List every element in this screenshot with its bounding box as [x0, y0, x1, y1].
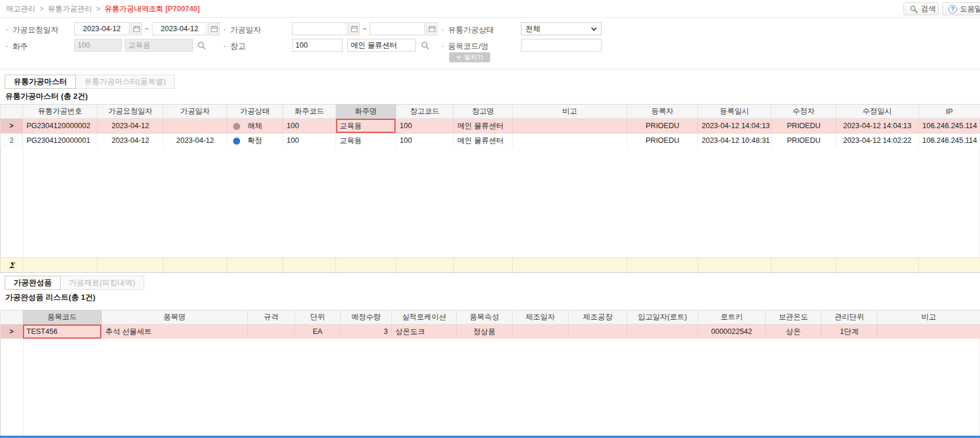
detail-column-header[interactable]: 규격: [248, 310, 295, 325]
master-cell[interactable]: PRIOEDU: [772, 133, 836, 148]
process-date-to-calendar-button[interactable]: [426, 22, 437, 35]
detail-cell[interactable]: 0000022542: [698, 325, 766, 339]
master-cell[interactable]: 100: [283, 119, 336, 133]
master-column-header[interactable]: 가공요청일자: [98, 105, 164, 119]
master-cell[interactable]: 2023-04-12: [164, 133, 227, 148]
master-select-all-header[interactable]: [1, 105, 23, 119]
master-table-row[interactable]: >PG23041200000022023-04-12해체100교육용100메인 …: [1, 119, 980, 133]
detail-column-header[interactable]: 보관온도: [766, 310, 822, 325]
master-cell[interactable]: 메인 물류센터: [454, 133, 513, 148]
process-date-from-input[interactable]: [292, 22, 347, 35]
master-column-header[interactable]: 비고: [513, 105, 627, 119]
master-column-header[interactable]: 창고코드: [396, 105, 454, 119]
detail-column-header[interactable]: 관리단위: [822, 310, 878, 325]
master-cell[interactable]: 100: [396, 133, 454, 148]
expand-filters-button[interactable]: 펼치기: [449, 52, 490, 62]
master-cell[interactable]: 2023-04-12 10:48:31: [698, 133, 772, 148]
detail-select-all-header[interactable]: [1, 310, 23, 325]
request-date-from-input[interactable]: [74, 22, 129, 35]
shipper-search-icon[interactable]: [195, 39, 207, 52]
master-column-header[interactable]: 수정일시: [836, 105, 919, 119]
detail-tab-1[interactable]: 가공재료(피킹내역): [61, 276, 144, 290]
detail-cell[interactable]: [878, 325, 980, 339]
master-cell[interactable]: 메인 물류센터: [454, 119, 513, 133]
master-cell[interactable]: 106.246.245.114: [919, 133, 980, 148]
detail-column-header[interactable]: 비고: [878, 310, 980, 325]
detail-table-row[interactable]: >TEST456추석 선물세트EA3상온도크정상품0000022542상온1단계: [1, 325, 980, 339]
master-column-header[interactable]: IP: [919, 105, 980, 119]
master-column-header[interactable]: 화주코드: [283, 105, 336, 119]
master-cell[interactable]: 확정: [227, 133, 283, 148]
detail-column-header[interactable]: 품목코드: [23, 310, 102, 325]
master-cell[interactable]: 106.246.245.114: [919, 119, 980, 133]
master-tab-1[interactable]: 유통가공마스터(품목별): [76, 75, 175, 89]
detail-row-indicator[interactable]: >: [1, 325, 23, 339]
master-cell[interactable]: 교육용: [336, 133, 396, 148]
master-column-header[interactable]: 화주명: [336, 105, 396, 119]
process-date-from-calendar-button[interactable]: [348, 22, 360, 35]
master-cell[interactable]: PRIOEDU: [772, 119, 836, 133]
master-cell[interactable]: PG2304120000002: [23, 119, 98, 133]
detail-column-header[interactable]: 실적로케이션: [392, 310, 457, 325]
detail-cell[interactable]: 3: [341, 325, 392, 339]
detail-column-header[interactable]: 제조공장: [569, 310, 627, 325]
detail-column-header[interactable]: 품목속성: [457, 310, 513, 325]
master-column-header[interactable]: 창고명: [454, 105, 513, 119]
master-row-indicator[interactable]: >: [1, 119, 23, 133]
detail-column-header[interactable]: 단위: [295, 310, 341, 325]
warehouse-code-input[interactable]: [292, 39, 343, 52]
warehouse-search-icon[interactable]: [419, 39, 431, 52]
detail-cell[interactable]: [513, 325, 569, 339]
master-tab-0[interactable]: 유통가공마스터: [5, 75, 76, 89]
help-button[interactable]: ? 도움말: [942, 2, 980, 15]
detail-cell[interactable]: 상온: [766, 325, 822, 339]
item-code-name-input[interactable]: [521, 39, 602, 52]
request-date-from-calendar-button[interactable]: [131, 22, 142, 35]
request-date-to-calendar-button[interactable]: [208, 22, 220, 35]
detail-cell[interactable]: [627, 325, 698, 339]
master-cell[interactable]: [513, 133, 627, 148]
detail-cell[interactable]: 상온도크: [392, 325, 457, 339]
master-cell[interactable]: 100: [283, 133, 336, 148]
detail-cell[interactable]: [248, 325, 295, 339]
breadcrumb-item[interactable]: 유통가공관리: [48, 5, 92, 13]
master-cell[interactable]: 해체: [227, 119, 283, 133]
master-cell[interactable]: 교육용: [336, 119, 396, 133]
master-column-header[interactable]: 가공상태: [227, 105, 283, 119]
detail-column-header[interactable]: 제조일자: [513, 310, 569, 325]
master-cell[interactable]: 100: [396, 119, 454, 133]
master-column-header[interactable]: 등록일시: [698, 105, 772, 119]
warehouse-name-input[interactable]: [347, 39, 416, 52]
master-cell[interactable]: 2023-04-12 14:04:13: [698, 119, 772, 133]
detail-cell[interactable]: 추석 선물세트: [102, 325, 248, 339]
detail-cell[interactable]: 정상품: [457, 325, 513, 339]
request-date-to-input[interactable]: [152, 22, 207, 35]
master-cell[interactable]: 2023-04-12: [98, 119, 164, 133]
detail-column-header[interactable]: 입고일자(로트): [627, 310, 698, 325]
master-column-header[interactable]: 유통가공번호: [23, 105, 98, 119]
detail-tab-0[interactable]: 가공완성품: [5, 276, 61, 290]
detail-cell[interactable]: [569, 325, 627, 339]
master-column-header[interactable]: 수정자: [772, 105, 836, 119]
master-cell[interactable]: 2023-04-12 14:02:22: [836, 133, 919, 148]
master-cell[interactable]: [513, 119, 627, 133]
detail-column-header[interactable]: 품목명: [102, 310, 248, 325]
detail-cell[interactable]: TEST456: [23, 325, 102, 339]
process-status-select[interactable]: 전체: [521, 22, 602, 35]
master-column-header[interactable]: 등록자: [627, 105, 698, 119]
detail-column-header[interactable]: 예정수량: [341, 310, 392, 325]
master-cell[interactable]: [164, 119, 227, 133]
detail-cell[interactable]: 1단계: [822, 325, 878, 339]
detail-cell[interactable]: EA: [295, 325, 341, 339]
search-button[interactable]: 검색: [903, 2, 939, 15]
master-cell[interactable]: PRIOEDU: [627, 133, 698, 148]
master-cell[interactable]: 2023-04-12 14:04:13: [836, 119, 919, 133]
master-row-indicator[interactable]: 2: [1, 133, 23, 148]
master-table-row[interactable]: 2PG23041200000012023-04-122023-04-12확정10…: [1, 133, 980, 148]
master-column-header[interactable]: 가공일자: [164, 105, 227, 119]
master-cell[interactable]: PRIOEDU: [627, 119, 698, 133]
breadcrumb-item[interactable]: 재고관리: [6, 5, 35, 13]
process-date-to-input[interactable]: [370, 22, 425, 35]
detail-column-header[interactable]: 로트키: [698, 310, 766, 325]
master-cell[interactable]: PG2304120000001: [23, 133, 98, 148]
